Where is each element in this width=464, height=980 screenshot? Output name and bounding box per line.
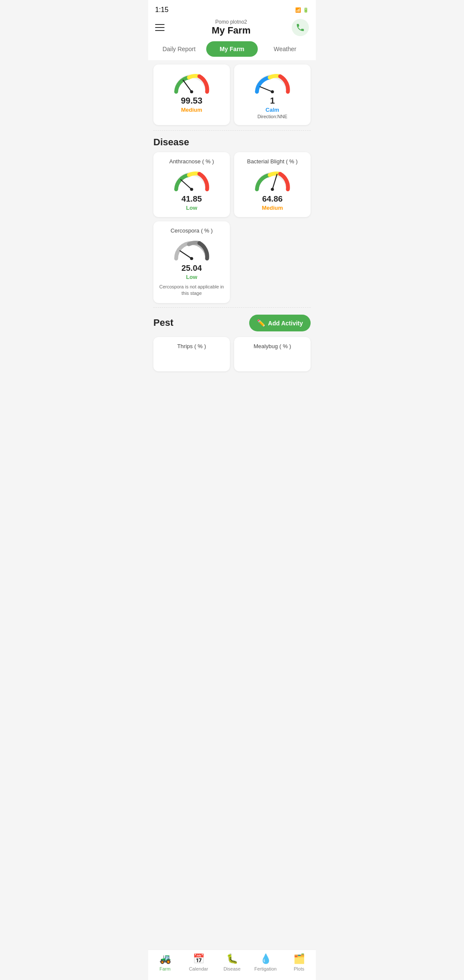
wind-direction: Direction:NNE xyxy=(239,114,305,119)
humidity-status: Medium xyxy=(159,107,225,113)
top-cards-row: 99.53 Medium 1 Calm Direction:NNE xyxy=(153,60,311,128)
menu-button[interactable] xyxy=(155,20,171,35)
anthracnose-status: Low xyxy=(158,205,226,211)
svg-line-8 xyxy=(180,251,192,259)
header-center: Pomo plotno2 My Farm xyxy=(212,19,250,36)
anthracnose-name: Anthracnose ( % ) xyxy=(158,158,226,165)
wind-status: Calm xyxy=(239,107,305,113)
mealybug-card: Mealybug ( % ) xyxy=(234,337,311,371)
cercospora-note: Cercospora is not applicable in this sta… xyxy=(158,284,226,297)
pest-cards-row: Thrips ( % ) Mealybug ( % ) xyxy=(153,337,311,371)
header-title: My Farm xyxy=(212,25,250,36)
svg-line-4 xyxy=(181,180,192,190)
disease-grid-1: Anthracnose ( % ) 41.85 Low Bacterial Bl… xyxy=(153,152,311,217)
divider-1 xyxy=(153,130,311,131)
bacterial-blight-status: Medium xyxy=(238,205,306,211)
header: Pomo plotno2 My Farm xyxy=(148,15,316,41)
tab-daily-report[interactable]: Daily Report xyxy=(153,41,205,57)
humidity-gauge xyxy=(172,70,211,94)
disease-grid-2: Cercospora ( % ) 25.04 Low Cercospora is… xyxy=(153,221,311,303)
edit-icon: ✏️ xyxy=(257,319,266,327)
add-activity-label: Add Activity xyxy=(268,320,303,327)
svg-line-0 xyxy=(183,80,192,92)
cercospora-status: Low xyxy=(158,274,226,280)
bacterial-blight-card: Bacterial Blight ( % ) 64.86 Medium xyxy=(234,152,311,217)
bacterial-blight-gauge xyxy=(253,168,292,192)
tab-my-farm[interactable]: My Farm xyxy=(206,41,257,57)
thrips-card: Thrips ( % ) xyxy=(153,337,230,371)
add-activity-button[interactable]: ✏️ Add Activity xyxy=(249,315,311,331)
anthracnose-gauge xyxy=(172,168,211,192)
mealybug-name: Mealybug ( % ) xyxy=(238,343,306,349)
status-time: 1:15 xyxy=(155,6,168,14)
status-bar: 1:15 📶🔋 xyxy=(148,0,316,15)
humidity-card: 99.53 Medium xyxy=(153,64,230,125)
tab-bar: Daily Report My Farm Weather xyxy=(148,41,316,60)
bacterial-blight-name: Bacterial Blight ( % ) xyxy=(238,158,306,165)
wind-card: 1 Calm Direction:NNE xyxy=(234,64,311,125)
pest-section-header: Pest ✏️ Add Activity xyxy=(153,310,311,337)
humidity-value: 99.53 xyxy=(159,96,225,106)
thrips-name: Thrips ( % ) xyxy=(158,343,226,349)
svg-line-2 xyxy=(260,87,272,92)
bacterial-blight-value: 64.86 xyxy=(238,194,306,204)
main-content: 99.53 Medium 1 Calm Direction:NNE xyxy=(148,60,316,419)
wind-gauge xyxy=(253,70,292,94)
svg-point-3 xyxy=(271,90,274,93)
cercospora-name: Cercospora ( % ) xyxy=(158,227,226,234)
anthracnose-card: Anthracnose ( % ) 41.85 Low xyxy=(153,152,230,217)
call-button[interactable] xyxy=(292,19,309,36)
disease-section-title: Disease xyxy=(153,133,311,152)
header-subtitle: Pomo plotno2 xyxy=(212,19,250,25)
tab-weather[interactable]: Weather xyxy=(259,41,311,57)
svg-point-1 xyxy=(190,90,193,93)
svg-point-7 xyxy=(271,188,274,191)
status-icons: 📶🔋 xyxy=(295,7,309,13)
anthracnose-value: 41.85 xyxy=(158,194,226,204)
divider-2 xyxy=(153,307,311,308)
cercospora-gauge xyxy=(172,237,211,261)
cercospora-card: Cercospora ( % ) 25.04 Low Cercospora is… xyxy=(153,221,230,303)
svg-point-9 xyxy=(190,257,193,260)
wind-value: 1 xyxy=(239,96,305,106)
pest-section-title: Pest xyxy=(153,314,173,333)
svg-line-6 xyxy=(272,174,277,189)
svg-point-5 xyxy=(190,188,193,191)
cercospora-value: 25.04 xyxy=(158,263,226,273)
